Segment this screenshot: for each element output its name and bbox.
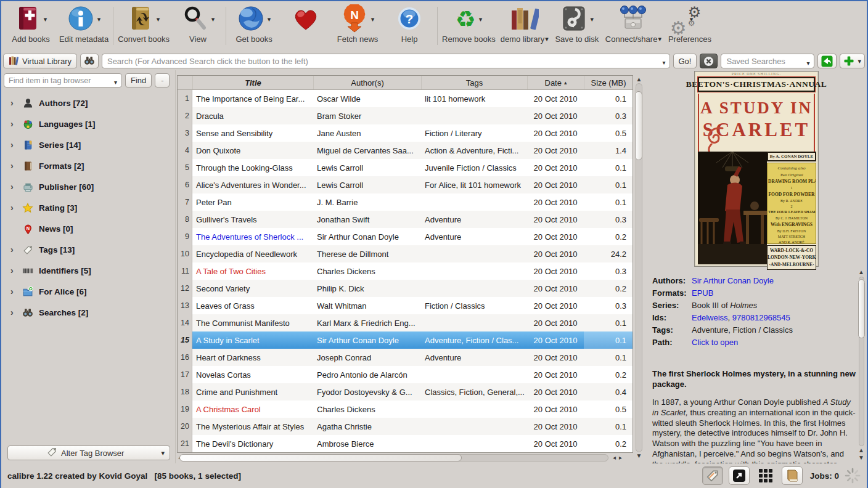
cell-date[interactable]: 20 Oct 2010	[527, 245, 584, 262]
cell-size[interactable]: 1.4	[584, 142, 633, 159]
sidebar-item-tags[interactable]: ›Tags [13]	[2, 239, 174, 260]
toolbar-get-books-button[interactable]: ▾Get books	[228, 4, 280, 45]
toggle-tag-browser-button[interactable]	[702, 466, 723, 485]
cell-title[interactable]: Encyclopedia of Needlework	[192, 245, 313, 262]
cell-tags[interactable]	[421, 262, 527, 280]
cell-tags[interactable]: Juvenile Fiction / Classics	[421, 159, 527, 176]
find-button[interactable]: Find	[125, 73, 152, 87]
dropdown-arrow-icon[interactable]: ▾	[371, 16, 375, 23]
column-header-tags[interactable]: Tags	[421, 76, 527, 89]
dropdown-arrow-icon[interactable]: ▾	[479, 16, 483, 23]
cell-authors[interactable]: Therese de Dillmont	[313, 245, 421, 262]
cell-size[interactable]: 0.1	[584, 331, 633, 349]
cell-size[interactable]: 0.5	[584, 124, 633, 142]
clear-search-button[interactable]	[700, 54, 718, 68]
cell-date[interactable]: 20 Oct 2010	[527, 314, 584, 331]
cell-tags[interactable]: Adventure	[421, 349, 527, 366]
cell-authors[interactable]: Pedro Antonio de Alarcón	[313, 366, 421, 383]
cell-size[interactable]: 24.2	[584, 245, 633, 262]
cell-tags[interactable]: Adventure	[421, 211, 527, 228]
cell-date[interactable]: 20 Oct 2010	[527, 297, 584, 314]
dropdown-arrow-icon[interactable]: ▾	[157, 16, 160, 23]
cell-size[interactable]: 0.1	[584, 176, 633, 193]
cell-date[interactable]: 20 Oct 2010	[527, 435, 584, 452]
expand-chevron-icon[interactable]: ›	[10, 99, 17, 107]
sidebar-item-searches[interactable]: ›Searches [2]	[2, 302, 174, 323]
cell-size[interactable]: 0.3	[584, 107, 633, 124]
cell-authors[interactable]: Charles Dickens	[313, 401, 421, 418]
sidebar-item-identifiers[interactable]: ›Identifiers [5]	[2, 260, 174, 281]
cell-title[interactable]: Crime and Punishment	[192, 383, 313, 401]
cell-title[interactable]: Alice's Adventures in Wonder...	[192, 176, 313, 193]
expand-chevron-icon[interactable]: ›	[10, 161, 17, 170]
field-link[interactable]: Click to open	[692, 338, 738, 347]
scroll-left2-icon[interactable]: ◂	[613, 455, 616, 461]
toolbar-add-books-button[interactable]: ▾Add books	[5, 4, 57, 45]
expand-chevron-icon[interactable]: ›	[10, 140, 17, 149]
cell-date[interactable]: 20 Oct 2010	[527, 418, 584, 435]
book-cover[interactable]: PRICE ONE SHILLING. BEETON'S·CHRISTMAS·A…	[694, 71, 819, 267]
dropdown-arrow-icon[interactable]: ▾	[268, 16, 271, 23]
alter-tag-browser-button[interactable]: Alter Tag Browser ▾	[7, 445, 170, 460]
dropdown-arrow-icon[interactable]: ▾	[658, 36, 661, 43]
cell-title[interactable]: The Importance of Being Ear...	[192, 90, 313, 107]
cell-size[interactable]: 0.1	[584, 193, 633, 211]
dropdown-arrow-icon[interactable]: ▾	[97, 16, 101, 23]
table-hscroll-thumb[interactable]	[179, 454, 462, 462]
scroll-up-icon[interactable]: ▲	[634, 76, 644, 83]
cell-tags[interactable]	[421, 366, 527, 383]
cell-size[interactable]: 0.3	[584, 297, 633, 314]
cell-size[interactable]: 0.1	[584, 159, 633, 176]
saved-searches-dropdown[interactable]: Saved Searches ▾	[721, 54, 814, 68]
table-vertical-scrollbar[interactable]: ▲ ▼	[634, 75, 644, 460]
column-header-title[interactable]: Title	[192, 76, 313, 89]
cell-title[interactable]: A Study in Scarlet	[192, 331, 313, 349]
table-horizontal-scrollbar[interactable]: ◂ ◂ ▸	[178, 453, 623, 462]
cell-authors[interactable]: Jane Austen	[313, 124, 421, 142]
cell-authors[interactable]: Joseph Conrad	[313, 349, 421, 366]
cell-tags[interactable]: Adventure	[421, 228, 527, 245]
expand-chevron-icon[interactable]: ›	[10, 203, 17, 212]
toolbar-edit-metadata-button[interactable]: ▾Edit metadata	[57, 4, 111, 45]
toolbar-remove-books-button[interactable]: ♻▾Remove books	[440, 4, 498, 45]
expand-chevron-icon[interactable]: ›	[10, 287, 17, 296]
sidebar-item-formats[interactable]: ›Formats [2]	[2, 155, 174, 176]
dropdown-arrow-icon[interactable]: ▾	[211, 16, 215, 23]
cell-tags[interactable]: Action & Adventure, Ficti...	[421, 142, 527, 159]
cell-tags[interactable]	[421, 435, 527, 452]
advanced-search-button[interactable]	[80, 54, 99, 68]
cell-tags[interactable]	[421, 418, 527, 435]
cell-title[interactable]: Peter Pan	[192, 193, 313, 211]
cell-size[interactable]: 0.2	[584, 435, 633, 452]
cell-date[interactable]: 20 Oct 2010	[527, 124, 584, 142]
cell-title[interactable]: Dracula	[192, 107, 313, 124]
sidebar-item-rating[interactable]: ›Rating [3]	[2, 197, 174, 218]
sidebar-item-for[interactable]: ›For Alice [6]	[2, 281, 174, 302]
cell-authors[interactable]: Lewis Carroll	[313, 159, 421, 176]
cell-authors[interactable]: Lewis Carroll	[313, 176, 421, 193]
cell-title[interactable]: The Devil's Dictionary	[192, 435, 313, 452]
cell-title[interactable]: Heart of Darkness	[192, 349, 313, 366]
cell-size[interactable]: 0.1	[584, 314, 633, 331]
search-input[interactable]	[102, 54, 670, 68]
toolbar-donate-button[interactable]	[280, 4, 332, 45]
toolbar-library-button[interactable]: demo library▾	[498, 4, 551, 45]
cell-date[interactable]: 20 Oct 2010	[527, 401, 584, 418]
cell-date[interactable]: 20 Oct 2010	[527, 107, 584, 124]
cell-authors[interactable]: Oscar Wilde	[313, 90, 421, 107]
cell-title[interactable]: The Mysterious Affair at Styles	[192, 418, 313, 435]
expand-chevron-icon[interactable]: ›	[10, 182, 17, 191]
details-scroll-up2-icon[interactable]: ▲	[857, 447, 866, 453]
cell-date[interactable]: 20 Oct 2010	[527, 383, 584, 401]
cell-size[interactable]: 0.4	[584, 383, 633, 401]
cell-authors[interactable]: Fyodor Dostoyevsky & G...	[313, 383, 421, 401]
cell-tags[interactable]: Fiction / Classics	[421, 297, 527, 314]
table-vscroll-thumb[interactable]	[635, 91, 642, 160]
cell-date[interactable]: 20 Oct 2010	[527, 280, 584, 297]
cell-size[interactable]: 0.2	[584, 366, 633, 383]
cell-size[interactable]: 0.3	[584, 262, 633, 280]
cell-date[interactable]: 20 Oct 2010	[527, 366, 584, 383]
cell-date[interactable]: 20 Oct 2010	[527, 142, 584, 159]
details-scroll-thumb[interactable]	[858, 279, 865, 338]
toolbar-view-button[interactable]: ▾View	[172, 4, 224, 45]
